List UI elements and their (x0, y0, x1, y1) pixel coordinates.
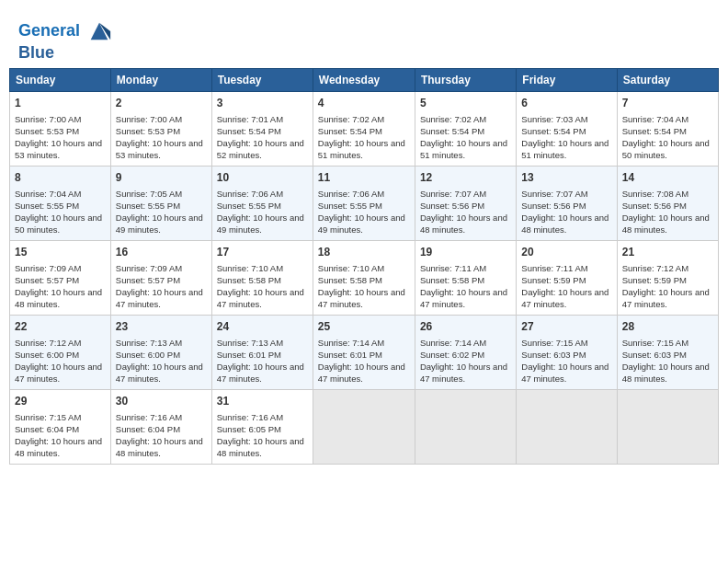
col-header-wednesday: Wednesday (313, 68, 415, 91)
calendar-cell: 20Sunrise: 7:11 AMSunset: 5:59 PMDayligh… (517, 240, 617, 315)
calendar-cell: 4Sunrise: 7:02 AMSunset: 5:54 PMDaylight… (313, 91, 415, 166)
day-number: 1 (15, 96, 106, 111)
calendar-cell: 3Sunrise: 7:01 AMSunset: 5:54 PMDaylight… (211, 91, 313, 166)
day-info: Sunrise: 7:06 AMSunset: 5:55 PMDaylight:… (318, 188, 410, 236)
day-number: 3 (217, 96, 308, 111)
day-number: 21 (622, 245, 713, 260)
day-info: Sunrise: 7:15 AMSunset: 6:03 PMDaylight:… (622, 337, 713, 385)
logo: General Blue (18, 18, 112, 63)
calendar-cell: 12Sunrise: 7:07 AMSunset: 5:56 PMDayligh… (415, 166, 516, 240)
day-info: Sunrise: 7:02 AMSunset: 5:54 PMDaylight:… (318, 113, 410, 162)
day-number: 6 (521, 96, 611, 111)
col-header-sunday: Sunday (10, 68, 111, 91)
day-number: 19 (420, 245, 511, 260)
calendar-cell (415, 389, 516, 464)
calendar-cell: 21Sunrise: 7:12 AMSunset: 5:59 PMDayligh… (617, 240, 718, 315)
col-header-thursday: Thursday (415, 68, 516, 91)
day-number: 24 (217, 319, 308, 335)
day-number: 16 (116, 245, 207, 260)
day-info: Sunrise: 7:10 AMSunset: 5:58 PMDaylight:… (217, 262, 308, 311)
logo-text: General (18, 18, 112, 44)
calendar-cell: 14Sunrise: 7:08 AMSunset: 5:56 PMDayligh… (617, 166, 718, 240)
day-info: Sunrise: 7:03 AMSunset: 5:54 PMDaylight:… (521, 113, 611, 162)
calendar-cell (517, 389, 617, 464)
day-info: Sunrise: 7:10 AMSunset: 5:58 PMDaylight:… (318, 262, 410, 311)
day-info: Sunrise: 7:11 AMSunset: 5:59 PMDaylight:… (521, 262, 611, 311)
day-number: 11 (318, 170, 410, 186)
day-info: Sunrise: 7:07 AMSunset: 5:56 PMDaylight:… (521, 188, 611, 236)
calendar-cell: 27Sunrise: 7:15 AMSunset: 6:03 PMDayligh… (517, 315, 617, 389)
day-number: 23 (116, 319, 207, 335)
calendar-cell: 30Sunrise: 7:16 AMSunset: 6:04 PMDayligh… (110, 389, 211, 464)
day-info: Sunrise: 7:16 AMSunset: 6:04 PMDaylight:… (116, 411, 207, 460)
day-number: 9 (116, 170, 207, 186)
day-number: 18 (318, 245, 410, 260)
calendar-cell: 8Sunrise: 7:04 AMSunset: 5:55 PMDaylight… (10, 166, 111, 240)
calendar-cell: 2Sunrise: 7:00 AMSunset: 5:53 PMDaylight… (110, 91, 211, 166)
day-info: Sunrise: 7:04 AMSunset: 5:55 PMDaylight:… (15, 188, 106, 236)
day-info: Sunrise: 7:04 AMSunset: 5:54 PMDaylight:… (622, 113, 713, 162)
day-info: Sunrise: 7:14 AMSunset: 6:02 PMDaylight:… (420, 337, 511, 385)
col-header-monday: Monday (110, 68, 211, 91)
day-info: Sunrise: 7:08 AMSunset: 5:56 PMDaylight:… (622, 188, 713, 236)
day-number: 12 (420, 170, 511, 186)
day-number: 17 (217, 245, 308, 260)
day-number: 20 (521, 245, 611, 260)
day-info: Sunrise: 7:12 AMSunset: 5:59 PMDaylight:… (622, 262, 713, 311)
logo-general: General (18, 21, 80, 40)
day-info: Sunrise: 7:02 AMSunset: 5:54 PMDaylight:… (420, 113, 511, 162)
day-info: Sunrise: 7:13 AMSunset: 6:00 PMDaylight:… (116, 337, 207, 385)
day-number: 31 (217, 394, 308, 409)
day-info: Sunrise: 7:00 AMSunset: 5:53 PMDaylight:… (116, 113, 207, 162)
day-info: Sunrise: 7:15 AMSunset: 6:03 PMDaylight:… (521, 337, 611, 385)
day-number: 15 (15, 245, 106, 260)
day-info: Sunrise: 7:16 AMSunset: 6:05 PMDaylight:… (217, 411, 308, 460)
calendar-cell: 5Sunrise: 7:02 AMSunset: 5:54 PMDaylight… (415, 91, 516, 166)
col-header-tuesday: Tuesday (211, 68, 313, 91)
calendar-cell: 25Sunrise: 7:14 AMSunset: 6:01 PMDayligh… (313, 315, 415, 389)
day-info: Sunrise: 7:15 AMSunset: 6:04 PMDaylight:… (15, 411, 106, 460)
calendar-cell: 29Sunrise: 7:15 AMSunset: 6:04 PMDayligh… (10, 389, 111, 464)
day-number: 5 (420, 96, 511, 111)
calendar-cell: 24Sunrise: 7:13 AMSunset: 6:01 PMDayligh… (211, 315, 313, 389)
calendar-cell: 10Sunrise: 7:06 AMSunset: 5:55 PMDayligh… (211, 166, 313, 240)
day-info: Sunrise: 7:07 AMSunset: 5:56 PMDaylight:… (420, 188, 511, 236)
calendar-table: SundayMondayTuesdayWednesdayThursdayFrid… (9, 68, 719, 465)
day-info: Sunrise: 7:09 AMSunset: 5:57 PMDaylight:… (116, 262, 207, 311)
calendar-cell: 11Sunrise: 7:06 AMSunset: 5:55 PMDayligh… (313, 166, 415, 240)
day-info: Sunrise: 7:06 AMSunset: 5:55 PMDaylight:… (217, 188, 308, 236)
calendar-cell: 13Sunrise: 7:07 AMSunset: 5:56 PMDayligh… (517, 166, 617, 240)
day-info: Sunrise: 7:01 AMSunset: 5:54 PMDaylight:… (217, 113, 308, 162)
col-header-saturday: Saturday (617, 68, 718, 91)
day-number: 10 (217, 170, 308, 186)
day-info: Sunrise: 7:14 AMSunset: 6:01 PMDaylight:… (318, 337, 410, 385)
col-header-friday: Friday (517, 68, 617, 91)
calendar-cell (313, 389, 415, 464)
calendar-cell: 7Sunrise: 7:04 AMSunset: 5:54 PMDaylight… (617, 91, 718, 166)
calendar-cell: 19Sunrise: 7:11 AMSunset: 5:58 PMDayligh… (415, 240, 516, 315)
calendar-cell: 17Sunrise: 7:10 AMSunset: 5:58 PMDayligh… (211, 240, 313, 315)
day-number: 14 (622, 170, 713, 186)
calendar-cell: 26Sunrise: 7:14 AMSunset: 6:02 PMDayligh… (415, 315, 516, 389)
calendar-cell (617, 389, 718, 464)
day-number: 30 (116, 394, 207, 409)
day-number: 26 (420, 319, 511, 335)
calendar-cell: 16Sunrise: 7:09 AMSunset: 5:57 PMDayligh… (110, 240, 211, 315)
calendar-cell: 18Sunrise: 7:10 AMSunset: 5:58 PMDayligh… (313, 240, 415, 315)
calendar-cell: 6Sunrise: 7:03 AMSunset: 5:54 PMDaylight… (517, 91, 617, 166)
day-number: 27 (521, 319, 611, 335)
day-number: 22 (15, 319, 106, 335)
day-number: 8 (15, 170, 106, 186)
calendar-cell: 23Sunrise: 7:13 AMSunset: 6:00 PMDayligh… (110, 315, 211, 389)
day-number: 13 (521, 170, 611, 186)
day-number: 4 (318, 96, 410, 111)
day-number: 25 (318, 319, 410, 335)
day-number: 29 (15, 394, 106, 409)
calendar-cell: 9Sunrise: 7:05 AMSunset: 5:55 PMDaylight… (110, 166, 211, 240)
day-info: Sunrise: 7:09 AMSunset: 5:57 PMDaylight:… (15, 262, 106, 311)
day-number: 7 (622, 96, 713, 111)
day-number: 28 (622, 319, 713, 335)
logo-icon (86, 18, 112, 44)
day-info: Sunrise: 7:11 AMSunset: 5:58 PMDaylight:… (420, 262, 511, 311)
day-info: Sunrise: 7:13 AMSunset: 6:01 PMDaylight:… (217, 337, 308, 385)
